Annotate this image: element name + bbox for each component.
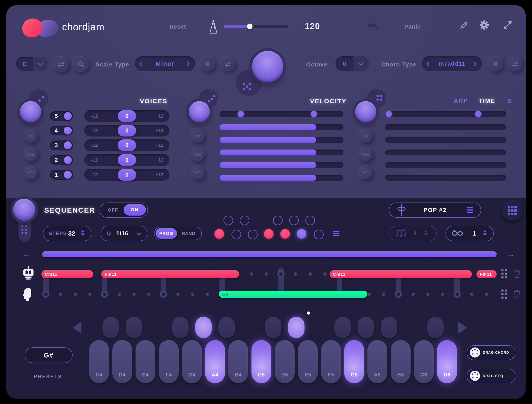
voice-offset-value[interactable]: 0 — [118, 139, 136, 151]
seq-light-bottom[interactable] — [280, 229, 290, 239]
seq-light-bottom[interactable] — [231, 230, 241, 239]
key-search-button[interactable] — [73, 56, 89, 72]
settings-gear-icon[interactable] — [479, 20, 489, 31]
panic-button[interactable]: Panic — [400, 24, 425, 30]
note-row-trash-icon[interactable] — [513, 289, 521, 299]
arp-bar[interactable] — [385, 150, 506, 155]
note-row-step-dot[interactable] — [411, 292, 415, 296]
note-row-step-dot[interactable] — [441, 292, 444, 296]
seq-light-top[interactable] — [305, 215, 315, 225]
scale-random-button[interactable]: R — [200, 57, 215, 71]
note-row-step-dot[interactable] — [485, 292, 488, 296]
grid-view-button[interactable] — [502, 200, 523, 221]
note-row-step-ring[interactable] — [42, 291, 50, 298]
chord-type-select[interactable]: m7add11 — [422, 56, 482, 71]
chord-row-step-dot[interactable] — [264, 272, 268, 276]
seq-light-top[interactable] — [273, 215, 283, 225]
white-key-B5[interactable]: B5 — [391, 340, 410, 383]
preset-select[interactable]: POP #2 — [389, 202, 481, 218]
arp-bar[interactable] — [385, 137, 506, 143]
note-row-step-dot[interactable] — [132, 292, 136, 296]
voice-enable-2[interactable]: 2 — [50, 155, 73, 165]
chord-swap-button[interactable] — [508, 57, 523, 71]
velocity-bar[interactable] — [220, 150, 343, 155]
key-select[interactable]: C — [16, 57, 48, 71]
arp-bar[interactable] — [385, 162, 506, 168]
voice-enable-dot[interactable] — [64, 171, 72, 179]
note-row-step-dot[interactable] — [88, 292, 91, 296]
page-indicator-dot[interactable] — [307, 311, 310, 315]
octave-select[interactable]: 0 — [335, 56, 369, 71]
black-key-G#4[interactable] — [195, 317, 212, 338]
loop-count-control[interactable]: 1 — [446, 226, 494, 241]
note-row-step-dot[interactable] — [367, 292, 371, 296]
tab-arp[interactable]: ARP — [448, 98, 474, 104]
arp-undo-button[interactable] — [359, 166, 372, 179]
arp-lock-key-button[interactable] — [359, 148, 372, 161]
chord-row-step-dot[interactable] — [250, 272, 253, 276]
tempo-slider-thumb[interactable] — [247, 24, 253, 29]
tab-time[interactable]: TIME — [474, 98, 500, 104]
drag-seq-button[interactable]: DRAG SEQ — [467, 369, 515, 383]
velocity-lock-key-button[interactable] — [192, 148, 205, 161]
white-key-F4[interactable]: F4 — [159, 340, 179, 383]
seq-light-top[interactable] — [289, 215, 299, 225]
pattern-menu-icon[interactable] — [333, 231, 340, 237]
drag-chord-button[interactable]: DRAG CHORD — [467, 345, 515, 360]
velocity-range-slider[interactable] — [220, 111, 343, 117]
sequencer-on-off-toggle[interactable]: OFF ON — [100, 202, 148, 218]
velocity-loop-button[interactable]: ∞ — [192, 130, 205, 143]
voice-enable-dot[interactable] — [64, 156, 72, 164]
key-swap-button[interactable] — [53, 56, 69, 72]
note-row-drag-handle[interactable] — [501, 289, 507, 299]
voice-offset-value[interactable]: 0 — [118, 169, 136, 181]
voices-random-knob[interactable] — [20, 101, 41, 122]
sequencer-random-knob[interactable] — [13, 199, 35, 221]
white-key-E4[interactable]: E4 — [135, 340, 155, 383]
tab-s[interactable]: S — [504, 98, 515, 104]
timeline-right-arrow[interactable]: → — [507, 250, 515, 259]
loop-count-stepper[interactable] — [483, 230, 487, 236]
note-row-step-dot[interactable] — [206, 292, 209, 296]
black-key-C#5[interactable] — [265, 317, 281, 338]
arp-random-knob[interactable] — [355, 101, 376, 122]
voice-offset-value[interactable]: 0 — [118, 154, 136, 166]
scale-select[interactable]: Minor — [135, 56, 195, 71]
quantize-control[interactable]: Q 1/16 — [101, 226, 147, 241]
white-key-B4[interactable]: B4 — [228, 340, 248, 383]
timeline-left-arrow[interactable]: ← — [22, 250, 30, 259]
white-key-G4[interactable]: G4 — [182, 340, 202, 383]
velocity-bar[interactable] — [220, 162, 343, 168]
tempo-slider[interactable] — [224, 25, 288, 28]
resize-icon[interactable] — [503, 21, 512, 31]
velocity-bar[interactable] — [220, 175, 343, 181]
chord-row-trash-icon[interactable] — [513, 269, 521, 279]
main-knob-dice-icon[interactable] — [243, 83, 251, 91]
white-key-D5[interactable]: D5 — [275, 340, 295, 383]
white-key-E5[interactable]: E5 — [298, 340, 318, 383]
prog-pill[interactable]: PROG — [155, 228, 177, 239]
voice-enable-4[interactable]: 4 — [50, 126, 73, 135]
voice-enable-1[interactable]: 1 — [50, 170, 73, 180]
white-key-C6[interactable]: C6 — [414, 340, 434, 383]
voices-lock-key-button[interactable] — [24, 148, 38, 161]
velocity-undo-button[interactable] — [192, 166, 205, 179]
note-row-step-dot[interactable] — [426, 292, 429, 296]
velocity-random-knob[interactable] — [189, 101, 210, 122]
white-key-F5[interactable]: F5 — [321, 340, 341, 383]
black-key-D#5[interactable] — [288, 317, 305, 338]
reset-button[interactable]: Reset — [164, 24, 192, 30]
sequencer-dice-icon[interactable] — [21, 226, 29, 235]
black-key-A#4[interactable] — [218, 317, 235, 338]
voices-undo-button[interactable] — [24, 166, 38, 179]
voice-enable-dot[interactable] — [64, 126, 72, 135]
bpm-value[interactable]: 120 — [299, 21, 326, 31]
black-key-C#4[interactable] — [103, 317, 119, 338]
arp-loop-button[interactable]: ∞ — [359, 130, 372, 143]
note-row-step-ring[interactable] — [101, 291, 108, 298]
chord-row-step-dot[interactable] — [308, 272, 312, 276]
seq-light-bottom[interactable] — [314, 230, 324, 239]
note-row-step-dot[interactable] — [176, 292, 180, 296]
black-key-D#4[interactable] — [126, 317, 142, 338]
chord-row-step-ring[interactable] — [277, 271, 284, 278]
